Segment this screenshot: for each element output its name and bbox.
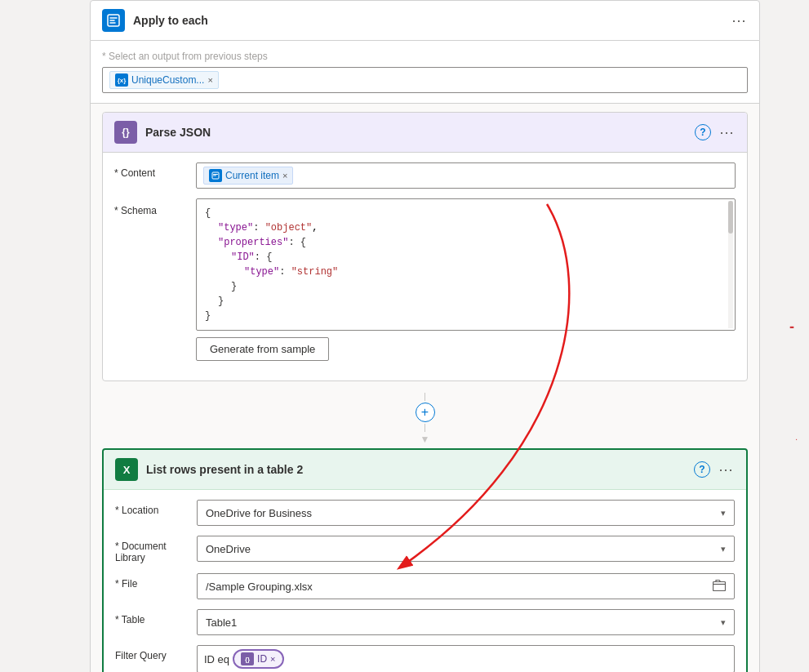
schema-line-8: } [205,309,727,323]
schema-box[interactable]: { "type": "object", "properties": { "ID"… [196,198,736,331]
table-input[interactable]: Table1 ▾ [197,609,735,635]
schema-line-3: "properties": { [205,235,727,250]
filter-query-input[interactable]: ID eq {} ID × [197,645,735,672]
add-step-connector: + ▼ [102,389,748,448]
connector-line-top [425,393,426,401]
file-input-row[interactable]: /Sample Grouping.xlsx [197,573,735,599]
schema-line-2: "type": "object", [205,220,727,235]
token-text: UniqueCustom... [131,74,204,86]
file-label: * File [115,573,189,590]
current-item-token-icon [209,169,222,182]
filter-query-row[interactable]: ID eq {} ID × [197,645,735,672]
arrow-down-icon: ▼ [420,434,430,445]
schema-input[interactable]: { "type": "object", "properties": { "ID"… [196,198,736,361]
table-field-row: * Table Table1 ▾ [115,609,735,635]
inner-block: {} Parse JSON ? ⋯ * Content [90,104,760,672]
select-output-label: * Select an output from previous steps [102,51,748,62]
schema-field-row: * Schema { "type": "object", "properties… [114,198,736,361]
doc-library-value: OneDrive [206,543,251,555]
excel-dots-menu[interactable]: ⋯ [718,461,735,478]
location-field-row: * Location OneDrive for Business ▾ [115,500,735,526]
filter-query-label: Filter Query [115,645,189,661]
excel-help-icon[interactable]: ? [694,461,710,478]
location-label: * Location [115,500,189,516]
connector-line-bottom [425,424,426,432]
svg-rect-2 [713,581,726,590]
table-dropdown[interactable]: Table1 ▾ [197,609,735,635]
table-label: * Table [115,609,189,625]
content-label: * Content [114,162,188,179]
parse-json-icon: {} [114,121,137,144]
schema-line-7: } [205,294,727,309]
current-item-text: Current item [225,170,279,181]
id-token-text: ID [257,653,267,665]
parse-json-title: Parse JSON [145,126,687,139]
select-output-section: * Select an output from previous steps {… [90,41,760,104]
apply-each-dots-menu[interactable]: ⋯ [731,11,748,29]
dot-decoration: . [795,433,798,442]
excel-header: X List rows present in a table 2 ? ⋯ [104,450,746,490]
dash-decoration: - [789,318,794,336]
parse-json-header: {} Parse JSON ? ⋯ [103,113,747,153]
file-input[interactable]: /Sample Grouping.xlsx [197,573,735,599]
file-value: /Sample Grouping.xlsx [206,581,313,593]
content-input[interactable]: Current item × [196,162,736,189]
unique-custom-token[interactable]: {x} UniqueCustom... × [109,71,219,89]
content-token-input[interactable]: Current item × [196,162,736,189]
table-value: Table1 [206,616,237,629]
location-input[interactable]: OneDrive for Business ▾ [197,500,735,526]
doc-library-chevron-icon: ▾ [721,544,726,554]
id-token[interactable]: {} ID × [233,649,283,669]
schema-line-1: { [205,206,727,220]
content-field-row: * Content C [114,162,736,189]
token-close[interactable]: × [207,75,212,85]
current-item-token[interactable]: Current item × [203,167,293,185]
doc-library-input[interactable]: OneDrive ▾ [197,536,735,562]
apply-each-header: Apply to each ⋯ [90,0,760,41]
excel-body: * Location OneDrive for Business ▾ * Doc… [104,490,746,672]
schema-line-5: "type": "string" [205,265,727,279]
parse-json-dots-menu[interactable]: ⋯ [719,123,736,141]
schema-line-6: } [205,279,727,294]
schema-line-4: "ID": { [205,250,727,265]
parse-json-help-icon[interactable]: ? [695,124,711,140]
generate-from-sample-button[interactable]: Generate from sample [196,337,329,361]
schema-scrollbar[interactable] [728,201,733,328]
excel-title: List rows present in a table 2 [146,463,686,476]
current-item-close[interactable]: × [282,171,287,180]
parse-json-card: {} Parse JSON ? ⋯ * Content [102,112,748,381]
id-token-icon: {} [241,652,254,665]
token-icon: {x} [115,73,128,87]
file-field-row: * File /Sample Grouping.xlsx [115,573,735,599]
doc-library-label: * Document Library [115,536,189,563]
excel-card: X List rows present in a table 2 ? ⋯ * L… [102,448,748,672]
select-output-input[interactable]: {x} UniqueCustom... × [102,67,748,93]
location-chevron-icon: ▾ [721,508,726,518]
location-value: OneDrive for Business [206,507,312,519]
schema-label: * Schema [114,198,188,216]
apply-each-icon [102,9,125,32]
excel-icon: X [115,458,138,481]
doc-library-field-row: * Document Library OneDrive ▾ [115,536,735,563]
location-dropdown[interactable]: OneDrive for Business ▾ [197,500,735,526]
filter-query-field-row: Filter Query ID eq {} ID × [115,645,735,672]
table-chevron-icon: ▾ [721,617,726,628]
parse-json-body: * Content C [103,153,747,381]
file-browse-icon[interactable] [713,580,726,594]
doc-library-dropdown[interactable]: OneDrive ▾ [197,536,735,562]
filter-prefix-text: ID eq [204,653,229,665]
apply-each-title: Apply to each [133,14,723,27]
add-step-button[interactable]: + [416,403,435,422]
schema-scrollbar-thumb [728,201,733,234]
id-token-close[interactable]: × [270,654,275,664]
